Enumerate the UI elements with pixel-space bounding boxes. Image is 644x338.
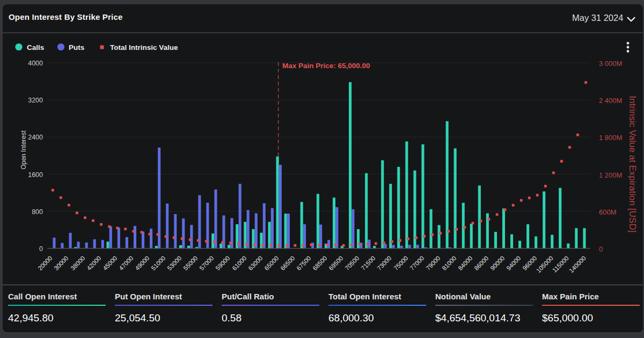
svg-text:Intrinsic Value at Expiration: Intrinsic Value at Expiration [USD] (627, 96, 638, 233)
